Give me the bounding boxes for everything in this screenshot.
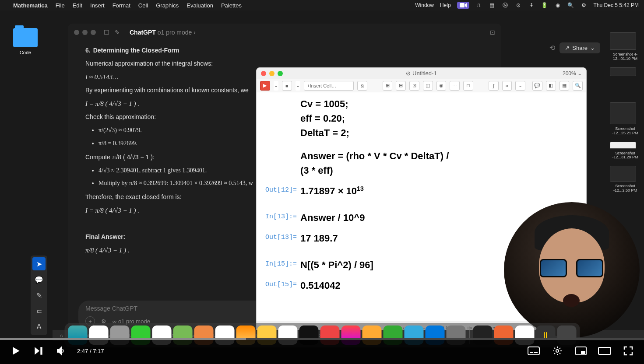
video-time: 2:47 / 7:17 (77, 348, 104, 354)
tb-icon[interactable]: ⌄ (515, 81, 525, 91)
menu-evaluation[interactable]: Evaluation (187, 2, 213, 9)
captions-button[interactable] (527, 344, 541, 358)
desktop-thumb[interactable] (610, 67, 636, 76)
tb-icon[interactable]: ≈ (502, 81, 512, 91)
menu-cell[interactable]: Cell (138, 2, 148, 9)
desktop-thumb[interactable] (610, 142, 636, 149)
screen-record-icon[interactable] (457, 2, 469, 9)
share-button[interactable]: ↗ Share ⌄ (560, 42, 600, 53)
pen-tool-icon[interactable]: ✎ (32, 289, 46, 302)
lasso-tool-icon[interactable]: ⊂ (32, 304, 46, 318)
maximize-icon[interactable] (91, 30, 96, 35)
share-icon: ↗ (565, 45, 570, 51)
svg-rect-2 (530, 352, 533, 353)
out-label: Out[12]= (265, 184, 300, 198)
in-label: In[15]:= (265, 258, 300, 272)
in-label: In[13]:= (265, 210, 300, 225)
mathematica-title: ⊘ Untitled-1 (406, 70, 436, 77)
svg-point-4 (556, 350, 559, 352)
tb-icon[interactable]: ▦ (560, 81, 570, 91)
tb-icon[interactable]: ⊓ (463, 81, 473, 91)
out-value: 1.71897 × 1013 (300, 184, 364, 198)
comment-tool-icon[interactable]: 💬 (32, 273, 46, 286)
menubar-app[interactable]: Mathematica (13, 2, 48, 9)
zoom-level[interactable]: 200% ⌄ (563, 70, 582, 77)
cursor-tool-icon[interactable]: ➤ (32, 257, 46, 270)
tb-icon[interactable]: ⊡ (409, 81, 419, 91)
menu-graphics[interactable]: Graphics (156, 2, 179, 9)
wifi-icon[interactable]: ◉ (554, 2, 561, 9)
volume-button[interactable] (54, 344, 68, 358)
desktop-thumb[interactable] (610, 102, 636, 124)
theater-button[interactable] (598, 344, 612, 358)
maximize-icon[interactable] (278, 71, 283, 76)
chatgpt-title[interactable]: ChatGPT o1 pro mode › (130, 29, 196, 36)
progress-bar[interactable] (0, 338, 644, 340)
menu-window[interactable]: Window (415, 2, 434, 8)
annotation-toolbar: ➤ 💬 ✎ ⊂ A (31, 256, 47, 335)
menu-insert[interactable]: Insert (90, 2, 105, 9)
out-label: Out[15]= (265, 278, 300, 293)
play-button[interactable] (9, 344, 23, 358)
svg-rect-3 (534, 352, 538, 353)
menu-palettes[interactable]: Palettes (221, 2, 242, 9)
chat-icon[interactable]: 💬 (532, 81, 542, 91)
edit-icon[interactable]: ✎ (115, 29, 120, 36)
tb-icon[interactable]: ◉ (436, 81, 447, 91)
tb-icon[interactable]: ⊞ (383, 81, 393, 91)
insert-cell-dropdown[interactable]: + Insert Cell… (304, 81, 354, 91)
status-icon-2[interactable]: ▤ (489, 2, 496, 9)
fullscreen-button[interactable] (621, 344, 635, 358)
minimize-icon[interactable] (269, 71, 274, 76)
status-icon-5[interactable]: ⤉ (528, 2, 535, 9)
sidebar-toggle-icon[interactable]: ☐ (104, 29, 109, 36)
sync-icon[interactable]: ⟲ (549, 44, 555, 52)
out-label: Out[13]= (265, 231, 300, 245)
svg-rect-0 (460, 3, 465, 7)
thumb-label: Screenshot 4-12...01.10 PM (610, 52, 640, 61)
mathematica-toolbar: ▶ ⌄ ■ ⌄ + Insert Cell… ⎘ ⊞ ⊟ ⊡ ◫ ◉ ⋯ ⊓ ∫… (257, 79, 586, 92)
webcam-overlay (504, 202, 640, 338)
text-tool-icon[interactable]: A (32, 320, 46, 333)
svg-rect-1 (528, 347, 539, 355)
close-icon[interactable] (74, 30, 79, 35)
status-icon-3[interactable]: Ⓝ (502, 2, 509, 9)
tb-icon[interactable]: ⎘ (357, 81, 367, 91)
out-value: 0.514042 (300, 278, 341, 293)
dropdown-icon[interactable]: ⌄ (274, 81, 278, 91)
control-center-icon[interactable]: ⚙ (581, 2, 588, 9)
svg-rect-6 (581, 351, 585, 354)
menu-format[interactable]: Format (113, 2, 130, 9)
thumb-label: Screenshot -12...25.21 PM (610, 127, 640, 136)
in-value: Answer / 10^9 (300, 210, 365, 225)
tb-icon[interactable]: ∫ (489, 81, 499, 91)
next-button[interactable] (32, 344, 46, 358)
menu-help[interactable]: Help (440, 2, 451, 8)
close-icon[interactable] (261, 71, 266, 76)
tb-icon[interactable]: ◧ (546, 81, 556, 91)
folder-icon (13, 28, 38, 47)
miniplayer-button[interactable] (574, 344, 588, 358)
thumb-label: Screenshot -12...31.29 PM (610, 151, 640, 160)
status-icon-4[interactable]: ⊙ (515, 2, 522, 9)
tb-icon[interactable]: ⋯ (450, 81, 460, 91)
menu-file[interactable]: File (56, 2, 65, 9)
desktop-thumb[interactable] (610, 32, 636, 50)
desktop-folder-code[interactable]: Code (13, 28, 38, 55)
tb-icon[interactable]: ⊟ (396, 81, 406, 91)
window-menu-icon[interactable]: ⊡ (490, 29, 495, 36)
menubar-clock[interactable]: Thu Dec 5 5:42 PM (594, 2, 639, 8)
search-icon[interactable]: 🔍 (573, 81, 583, 91)
chevron-down-icon: ⌄ (590, 45, 595, 51)
menu-edit[interactable]: Edit (73, 2, 82, 9)
status-icon-1[interactable]: ⎍ (475, 2, 482, 9)
evaluate-button[interactable]: ▶ (260, 81, 270, 91)
abort-button[interactable]: ■ (282, 81, 292, 91)
dropdown-icon[interactable]: ⌄ (296, 81, 300, 91)
settings-button[interactable] (550, 344, 564, 358)
tb-icon[interactable]: ◫ (423, 81, 433, 91)
minimize-icon[interactable] (82, 30, 88, 35)
battery-icon[interactable]: 🔋 (541, 2, 548, 9)
search-icon[interactable]: 🔍 (567, 2, 574, 9)
desktop-thumb[interactable] (610, 166, 636, 182)
